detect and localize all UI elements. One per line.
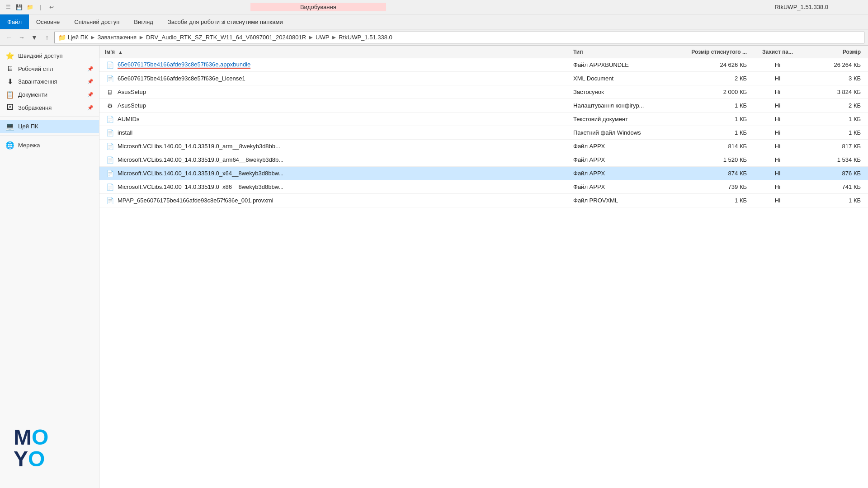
file-name-cell: ⚙AsusSetup xyxy=(99,101,570,111)
sidebar-item-downloads[interactable]: ⬇ Завантаження 📌 xyxy=(0,75,99,88)
tab-home[interactable]: Основне xyxy=(29,14,67,29)
window-menu-icon[interactable]: ☰ xyxy=(4,3,13,12)
title-bar-icons: ☰ 💾 📁 | ↩ xyxy=(4,3,56,12)
path-rtkuwp[interactable]: RtkUWP_1.51.338.0 xyxy=(339,34,392,41)
extracting-label: Видобування xyxy=(250,3,386,11)
address-bar: ← → ▼ ↑ 📁 Цей ПК ► Завантаження ► DRV_Au… xyxy=(0,29,868,46)
pin-icon-images: 📌 xyxy=(87,105,94,111)
sidebar-label-quick-access: Швидкий доступ xyxy=(18,52,62,59)
file-name-cell: 📄AUMIDs xyxy=(99,114,570,124)
sidebar-label-thispc: Цей ПК xyxy=(18,123,38,130)
forward-button[interactable]: → xyxy=(16,32,27,43)
thispc-icon: 💻 xyxy=(5,122,14,131)
file-name-cell: 📄65e6076175be4166afde93c8e57f636e.appxbu… xyxy=(99,60,570,70)
col-header-compressed[interactable]: Розмір стиснутого ... xyxy=(669,49,750,55)
file-name-cell: 📄install xyxy=(99,128,570,138)
ribbon-tabs: Файл Основне Спільний доступ Вигляд Засо… xyxy=(0,14,868,29)
sidebar-item-network[interactable]: 🌐 Мережа xyxy=(0,139,99,152)
sidebar: ⭐ Швидкий доступ 🖥 Робочий стіл 📌 ⬇ Зава… xyxy=(0,46,99,488)
save-icon[interactable]: 💾 xyxy=(14,3,24,12)
tab-share[interactable]: Спільний доступ xyxy=(67,14,127,29)
table-row[interactable]: 📄Microsoft.VCLibs.140.00_14.0.33519.0_x6… xyxy=(99,167,868,180)
tab-view[interactable]: Вигляд xyxy=(127,14,160,29)
address-path[interactable]: 📁 Цей ПК ► Завантаження ► DRV_Audio_RTK_… xyxy=(54,32,864,43)
file-icon: 📄 xyxy=(105,155,115,165)
path-thispc[interactable]: Цей ПК xyxy=(68,34,88,41)
back-button[interactable]: ← xyxy=(4,32,14,43)
table-row[interactable]: 📄AUMIDsТекстовий документ1 КБHi1 КБ xyxy=(99,113,868,126)
file-protection-cell: Hi xyxy=(750,143,805,150)
file-name-text: MPAP_65e6076175be4166afde93c8e57f636e_00… xyxy=(118,197,274,204)
sidebar-label-desktop: Робочий стіл xyxy=(18,66,53,72)
file-icon: 📄 xyxy=(105,60,115,70)
table-row[interactable]: 📄MPAP_65e6076175be4166afde93c8e57f636e_0… xyxy=(99,194,868,207)
file-type-cell: Файл APPXBUNDLE xyxy=(570,61,669,68)
file-name-text: 65e6076175be4166afde93c8e57f636e_License… xyxy=(118,75,245,82)
sidebar-label-network: Мережа xyxy=(18,142,40,149)
file-name-text: Microsoft.VCLibs.140.00_14.0.33519.0_arm… xyxy=(118,143,280,150)
path-uwp[interactable]: UWP xyxy=(316,34,329,41)
file-size-cell: 26 264 КБ xyxy=(805,61,868,68)
folder-icon: 📁 xyxy=(58,34,66,41)
col-header-size[interactable]: Розмір xyxy=(805,49,868,55)
logo-m: M xyxy=(14,425,32,449)
file-name-cell: 📄MPAP_65e6076175be4166afde93c8e57f636e_0… xyxy=(99,196,570,206)
pin-icon: 📌 xyxy=(87,66,94,72)
file-area: Ім'я ▲ Тип Розмір стиснутого ... Захист … xyxy=(99,46,868,488)
table-row[interactable]: 📄Microsoft.VCLibs.140.00_14.0.33519.0_ar… xyxy=(99,140,868,153)
file-compressed-cell: 1 520 КБ xyxy=(669,156,750,163)
logo-y: Y xyxy=(14,447,28,471)
file-protection-cell: Hi xyxy=(750,183,805,190)
path-sep-4: ► xyxy=(331,34,337,41)
tab-file[interactable]: Файл xyxy=(0,14,29,29)
file-name-text: Microsoft.VCLibs.140.00_14.0.33519.0_x64… xyxy=(118,170,283,177)
col-header-name[interactable]: Ім'я ▲ xyxy=(99,49,570,55)
folder-icon[interactable]: 📁 xyxy=(25,3,34,12)
table-row[interactable]: 📄Microsoft.VCLibs.140.00_14.0.33519.0_x8… xyxy=(99,180,868,194)
file-protection-cell: Hi xyxy=(750,197,805,204)
file-rows-container: 📄65e6076175be4166afde93c8e57f636e.appxbu… xyxy=(99,58,868,207)
table-row[interactable]: 📄65e6076175be4166afde93c8e57f636e.appxbu… xyxy=(99,58,868,72)
file-list-header: Ім'я ▲ Тип Розмір стиснутого ... Захист … xyxy=(99,46,868,58)
table-row[interactable]: 📄installПакетний файл Windows1 КБHi1 КБ xyxy=(99,126,868,140)
file-compressed-cell: 2 000 КБ xyxy=(669,89,750,95)
logo-o1: O xyxy=(32,425,48,449)
path-drv[interactable]: DRV_Audio_RTK_SZ_RTK_W11_64_V6097001_202… xyxy=(146,34,306,41)
table-row[interactable]: 📄Microsoft.VCLibs.140.00_14.0.33519.0_ar… xyxy=(99,153,868,167)
sidebar-item-thispc[interactable]: 💻 Цей ПК xyxy=(0,120,99,133)
file-name-text[interactable]: 65e6076175be4166afde93c8e57f636e.appxbun… xyxy=(118,61,250,69)
tab-tools[interactable]: Засоби для роботи зі стиснутими папками xyxy=(160,14,290,29)
table-row[interactable]: 🖥AsusSetupЗастосунок2 000 КБHi3 824 КБ xyxy=(99,85,868,99)
col-header-protection[interactable]: Захист па... xyxy=(750,49,805,55)
sort-arrow-name: ▲ xyxy=(118,50,123,55)
up-button[interactable]: ↑ xyxy=(42,32,52,43)
table-row[interactable]: 📄65e6076175be4166afde93c8e57f636e_Licens… xyxy=(99,72,868,85)
title-bar: ☰ 💾 📁 | ↩ Видобування RtkUWP_1.51.338.0 xyxy=(0,0,868,14)
table-row[interactable]: ⚙AsusSetupНалаштування конфігур...1 КБHi… xyxy=(99,99,868,113)
sidebar-label-downloads: Завантаження xyxy=(18,78,57,85)
file-size-cell: 1 КБ xyxy=(805,116,868,122)
file-protection-cell: Hi xyxy=(750,116,805,122)
network-icon: 🌐 xyxy=(5,141,14,150)
file-size-cell: 2 КБ xyxy=(805,102,868,109)
file-compressed-cell: 814 КБ xyxy=(669,143,750,150)
file-type-cell: Файл APPX xyxy=(570,143,669,150)
sidebar-item-quick-access[interactable]: ⭐ Швидкий доступ xyxy=(0,49,99,62)
logo-o2: O xyxy=(28,447,45,471)
path-sep-1: ► xyxy=(90,34,96,41)
sidebar-item-desktop[interactable]: 🖥 Робочий стіл 📌 xyxy=(0,62,99,75)
sidebar-item-images[interactable]: 🖼 Зображення 📌 xyxy=(0,101,99,114)
ribbon: Файл Основне Спільний доступ Вигляд Засо… xyxy=(0,14,868,29)
file-icon: 📄 xyxy=(105,141,115,151)
file-compressed-cell: 1 КБ xyxy=(669,197,750,204)
col-header-type[interactable]: Тип xyxy=(570,49,669,55)
sidebar-label-documents: Документи xyxy=(18,91,47,98)
file-type-cell: Файл APPX xyxy=(570,156,669,163)
sidebar-item-documents[interactable]: 📋 Документи 📌 xyxy=(0,88,99,101)
file-icon: ⚙ xyxy=(105,101,115,111)
undo-icon[interactable]: ↩ xyxy=(47,3,56,12)
sidebar-label-images: Зображення xyxy=(18,104,52,111)
star-icon: ⭐ xyxy=(5,52,14,60)
path-downloads[interactable]: Завантаження xyxy=(98,34,137,41)
recent-locations-button[interactable]: ▼ xyxy=(29,32,40,43)
